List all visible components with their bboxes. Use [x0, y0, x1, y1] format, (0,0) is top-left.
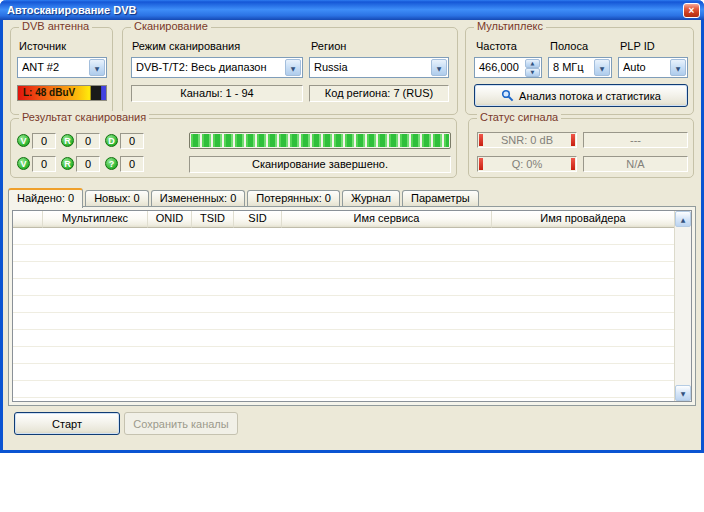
channels-info-text: Каналы: 1 - 94 [132, 86, 302, 101]
caret-up-icon: ▲ [681, 216, 686, 223]
search-icon [501, 89, 514, 102]
plp-id-label: PLP ID [620, 40, 655, 52]
tab-lost[interactable]: Потерянных: 0 [247, 190, 340, 207]
counter-v2-icon: V [17, 157, 30, 170]
scan-progress-bar [189, 132, 451, 149]
analyze-stream-label: Анализ потока и статистика [519, 90, 661, 102]
source-label: Источник [19, 40, 66, 52]
dropdown-button[interactable]: ▼ [89, 59, 105, 76]
counter-unknown-icon: ? [105, 157, 118, 170]
vertical-scrollbar[interactable]: ▲ ▼ [674, 211, 691, 401]
channels-table: Мультиплекс ONID TSID SID Имя сервиса Им… [12, 210, 692, 402]
quality-meter: Q: 0% [477, 156, 577, 172]
tab-label: Новых: 0 [94, 192, 140, 204]
chevron-down-icon: ▼ [437, 65, 442, 72]
chevron-down-icon: ▼ [95, 65, 100, 72]
scroll-up-button[interactable]: ▲ [675, 211, 691, 227]
table-header-service-name[interactable]: Имя сервиса [282, 211, 492, 228]
frequency-value: 466,000 [479, 58, 524, 77]
table-header-onid[interactable]: ONID [148, 211, 192, 228]
table-header-provider-name[interactable]: Имя провайдера [492, 211, 674, 228]
plp-id-value: Auto [623, 58, 669, 77]
meter-red-mark [571, 158, 575, 170]
quality-label: Q: 0% [478, 157, 576, 172]
counter-box: 0 [32, 133, 56, 149]
tab-label: Параметры [411, 192, 470, 204]
group-title: DVB антенна [19, 20, 92, 32]
counter-value: 0 [33, 157, 55, 171]
meter-red-mark [479, 158, 483, 170]
plp-id-select[interactable]: Auto ▼ [618, 57, 688, 78]
tab-found[interactable]: Найдено: 0 [8, 188, 83, 208]
spin-up-button[interactable]: ▲ [525, 59, 540, 68]
bandwidth-select[interactable]: 8 МГц ▼ [548, 57, 612, 78]
bandwidth-value: 8 МГц [553, 58, 593, 77]
table-body [13, 228, 674, 401]
scroll-down-button[interactable]: ▼ [675, 385, 691, 401]
region-code-text: Код региона: 7 (RUS) [310, 86, 448, 101]
meter-red-mark [571, 134, 575, 146]
progress-fill [191, 134, 449, 147]
tab-label: Потерянных: 0 [256, 192, 331, 204]
chevron-down-icon: ▼ [676, 65, 681, 72]
counter-box: 0 [120, 133, 144, 149]
counter-value: 0 [77, 134, 99, 148]
counter-box: 0 [76, 156, 100, 172]
tab-new[interactable]: Новых: 0 [85, 190, 149, 207]
counter-v-icon: V [17, 134, 30, 147]
channels-info-panel: Каналы: 1 - 94 [131, 85, 303, 102]
region-value: Russia [314, 58, 430, 77]
table-header-tsid[interactable]: TSID [192, 211, 234, 228]
tab-parameters[interactable]: Параметры [402, 190, 479, 207]
frequency-input[interactable]: 466,000 ▲ ▼ [474, 57, 542, 78]
group-title: Мультиплекс [474, 20, 546, 32]
dropdown-button[interactable]: ▼ [285, 59, 301, 76]
quality-value: N/A [584, 157, 687, 172]
group-dvb-antenna: DVB антенна Источник ANT #2 ▼ L: 48 dBuV [10, 27, 113, 115]
dropdown-button[interactable]: ▼ [670, 59, 686, 76]
group-multiplex: Мультиплекс Частота Полоса PLP ID 466,00… [465, 27, 694, 115]
tab-label: Найдено: 0 [17, 192, 74, 204]
counter-box: 0 [32, 156, 56, 172]
chevron-down-icon: ▼ [600, 65, 605, 72]
tab-log[interactable]: Журнал [342, 190, 400, 207]
snr-value-panel: --- [583, 132, 688, 148]
region-select[interactable]: Russia ▼ [309, 57, 449, 78]
start-button[interactable]: Старт [14, 412, 120, 435]
group-title: Статус сигнала [477, 111, 561, 123]
scan-mode-value: DVB-T/T2: Весь диапазон [136, 58, 284, 77]
title-bar[interactable]: Автосканирование DVB × [0, 0, 704, 20]
snr-label: SNR: 0 dB [478, 133, 576, 148]
save-channels-button[interactable]: Сохранить каналы [124, 412, 238, 435]
table-header-cell[interactable] [13, 211, 43, 228]
tab-label: Журнал [351, 192, 391, 204]
table-header-multiplex[interactable]: Мультиплекс [43, 211, 148, 228]
chevron-down-icon: ▼ [291, 65, 296, 72]
counter-d-icon: D [105, 134, 118, 147]
group-scan-result: Результат сканирования V 0 R 0 D 0 V 0 R… [10, 118, 457, 178]
dropdown-button[interactable]: ▼ [594, 59, 610, 76]
tab-changed[interactable]: Измененных: 0 [151, 190, 246, 207]
meter-red-mark [479, 134, 483, 146]
close-button[interactable]: × [683, 3, 700, 18]
dropdown-button[interactable]: ▼ [431, 59, 447, 76]
group-scanning: Сканирование Режим сканирования DVB-T/T2… [122, 27, 458, 115]
region-label: Регион [311, 40, 346, 52]
scan-mode-label: Режим сканирования [132, 40, 240, 52]
desktop: Автосканирование DVB × DVB антенна Источ… [0, 0, 704, 512]
start-button-label: Старт [52, 418, 82, 430]
table-header: Мультиплекс ONID TSID SID Имя сервиса Им… [13, 211, 674, 228]
spin-down-button[interactable]: ▼ [525, 68, 540, 77]
analyze-stream-button[interactable]: Анализ потока и статистика [474, 84, 688, 107]
group-signal-status: Статус сигнала SNR: 0 dB --- Q: 0% N/A [468, 118, 694, 178]
table-header-sid[interactable]: SID [234, 211, 282, 228]
scan-mode-select[interactable]: DVB-T/T2: Весь диапазон ▼ [131, 57, 303, 78]
antenna-source-select[interactable]: ANT #2 ▼ [17, 57, 107, 78]
caret-down-icon: ▼ [681, 390, 686, 397]
app-window: Автосканирование DVB × DVB антенна Источ… [0, 0, 704, 453]
snr-value: --- [584, 133, 687, 148]
signal-level-meter: L: 48 dBuV [17, 85, 107, 101]
counter-box: 0 [76, 133, 100, 149]
tab-strip: Найдено: 0 Новых: 0 Измененных: 0 Потеря… [8, 187, 481, 207]
counter-box: 0 [120, 156, 144, 172]
